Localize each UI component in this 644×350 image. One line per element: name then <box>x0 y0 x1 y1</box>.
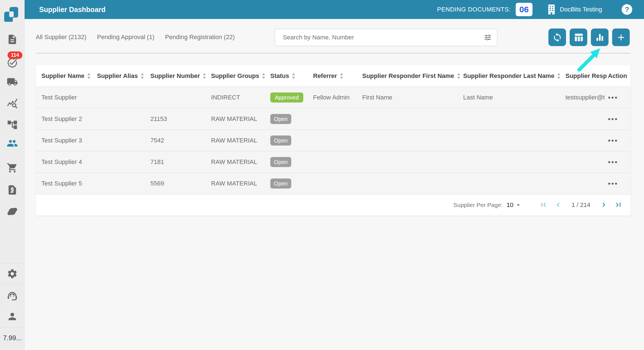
truck-icon <box>7 76 18 87</box>
sidebar-item-suppliers[interactable] <box>7 138 18 149</box>
sort-icon <box>140 73 144 79</box>
supplier-tabs: All Supplier (2132) Pending Approval (1)… <box>36 34 235 41</box>
sidebar-item-shipments[interactable] <box>7 76 18 87</box>
cart-icon <box>7 162 18 173</box>
pending-documents-count-badge[interactable]: 06 <box>516 3 532 16</box>
chevron-left-icon <box>554 201 562 209</box>
cell-action: ••• <box>608 92 630 103</box>
cell-number: 21153 <box>150 115 211 123</box>
row-action-menu-button[interactable]: ••• <box>608 157 618 167</box>
cell-groups: RAW MATERIAL <box>211 137 270 144</box>
column-header-responder-first-name[interactable]: Supplier Responder First Name <box>362 72 463 80</box>
table-row: Test Supplier 37542RAW MATERIALOpen••• <box>36 130 631 151</box>
chart-search-icon <box>7 98 18 109</box>
column-header-groups[interactable]: Supplier Groups <box>211 72 270 80</box>
cell-action: ••• <box>608 178 630 189</box>
status-badge: Approved <box>270 92 303 103</box>
cell-name: Test Supplier <box>41 94 97 101</box>
previous-page-button[interactable] <box>553 200 563 210</box>
tab-pending-registration[interactable]: Pending Registration (22) <box>165 34 235 41</box>
tab-all-supplier[interactable]: All Supplier (2132) <box>36 34 86 41</box>
column-header-number[interactable]: Supplier Number <box>150 72 211 80</box>
help-button[interactable]: ? <box>622 4 632 15</box>
sidebar-item-invoices[interactable] <box>7 184 18 196</box>
page-indicator: 1 / 214 <box>572 201 590 209</box>
column-header-label: Referrer <box>313 72 337 80</box>
person-icon <box>7 311 18 322</box>
search-box <box>275 29 497 46</box>
cell-action: ••• <box>608 114 630 124</box>
column-header-referrer[interactable]: Referrer <box>313 72 362 80</box>
table-footer: Supplier Per Page: 10 1 / 214 <box>36 194 631 216</box>
cell-name: Test Supplier 2 <box>41 115 97 123</box>
table-row: Test Supplier 47181RAW MATERIALOpen••• <box>36 151 631 173</box>
sidebar-item-purchasing[interactable] <box>7 162 18 173</box>
sidebar-item-analytics[interactable] <box>7 98 18 109</box>
bar-chart-button[interactable] <box>591 28 609 46</box>
cell-responder-email: testsupplier@t <box>565 94 608 101</box>
cell-responder-first-name: First Name <box>362 94 463 101</box>
filter-tune-icon[interactable] <box>484 34 492 41</box>
orbit-icon <box>7 206 18 217</box>
sort-icon <box>457 73 461 79</box>
cell-groups: RAW MATERIAL <box>211 115 270 123</box>
cell-number: 7181 <box>150 158 211 166</box>
check-circle-icon <box>7 57 18 68</box>
row-action-menu-button[interactable]: ••• <box>608 114 618 124</box>
column-header-status[interactable]: Status <box>270 72 313 80</box>
column-header-label: Action <box>608 72 627 80</box>
header-right-group: PENDING DOCUMENTS: 06 DocBits Testing ? <box>437 3 632 16</box>
cell-action: ••• <box>608 157 630 167</box>
supplier-table: Supplier NameSupplier AliasSupplier Numb… <box>36 65 631 216</box>
search-input[interactable] <box>275 29 497 46</box>
sidebar-divider <box>0 263 25 263</box>
sidebar: 114 <box>0 0 25 350</box>
sidebar-item-settings[interactable] <box>7 268 18 279</box>
column-header-label: Supplier Responder First Name <box>362 72 454 80</box>
per-page-value[interactable]: 10 <box>506 201 513 209</box>
sort-icon <box>557 73 561 79</box>
sidebar-item-support[interactable] <box>7 291 18 302</box>
column-header-name[interactable]: Supplier Name <box>41 72 97 80</box>
cell-number: 7542 <box>150 137 211 144</box>
per-page-dropdown-icon[interactable] <box>515 201 522 209</box>
version-label: 7.99... <box>0 334 25 342</box>
sidebar-item-profile[interactable] <box>7 311 18 322</box>
row-action-menu-button[interactable]: ••• <box>608 178 618 189</box>
company-name[interactable]: DocBits Testing <box>560 6 602 13</box>
column-header-alias[interactable]: Supplier Alias <box>97 72 150 80</box>
toolbar <box>548 28 630 46</box>
last-page-icon <box>614 201 622 209</box>
add-supplier-button[interactable] <box>612 28 630 46</box>
top-header-bar: Supplier Dashboard PENDING DOCUMENTS: 06… <box>25 0 644 19</box>
refresh-button[interactable] <box>548 28 566 46</box>
row-action-menu-button[interactable]: ••• <box>608 135 618 146</box>
sidebar-divider <box>0 328 25 328</box>
pending-documents-label: PENDING DOCUMENTS: <box>437 6 511 13</box>
last-page-button[interactable] <box>614 200 623 210</box>
sidebar-item-integrations[interactable] <box>7 206 18 217</box>
column-header-label: Supplier Number <box>150 72 200 80</box>
sidebar-item-workflow[interactable] <box>7 119 18 130</box>
supplier-dashboard-screen: 114 <box>0 0 644 350</box>
row-action-menu-button[interactable]: ••• <box>608 92 618 103</box>
flow-tree-icon <box>7 119 18 130</box>
sidebar-item-approvals[interactable] <box>7 57 18 68</box>
table-body: Test SupplierINDIRECTApprovedFellow Admi… <box>36 87 631 194</box>
tab-pending-approval[interactable]: Pending Approval (1) <box>97 34 154 41</box>
first-page-button[interactable] <box>539 200 548 210</box>
cell-referrer: Fellow Admin <box>313 94 362 101</box>
column-header-action: Action <box>608 72 630 80</box>
document-icon <box>7 34 18 45</box>
first-page-icon <box>539 201 548 209</box>
status-badge: Open <box>270 114 291 124</box>
per-page-label: Supplier Per Page: <box>453 202 503 208</box>
people-icon <box>7 138 18 149</box>
table-view-button[interactable] <box>570 28 587 46</box>
sidebar-item-documents[interactable] <box>7 34 18 45</box>
tabs-divider <box>36 53 631 53</box>
column-header-responder-last-name[interactable]: Supplier Responder Last Name <box>463 72 565 80</box>
sort-icon <box>87 73 91 79</box>
column-header-label: Status <box>270 72 289 80</box>
next-page-button[interactable] <box>599 200 609 210</box>
